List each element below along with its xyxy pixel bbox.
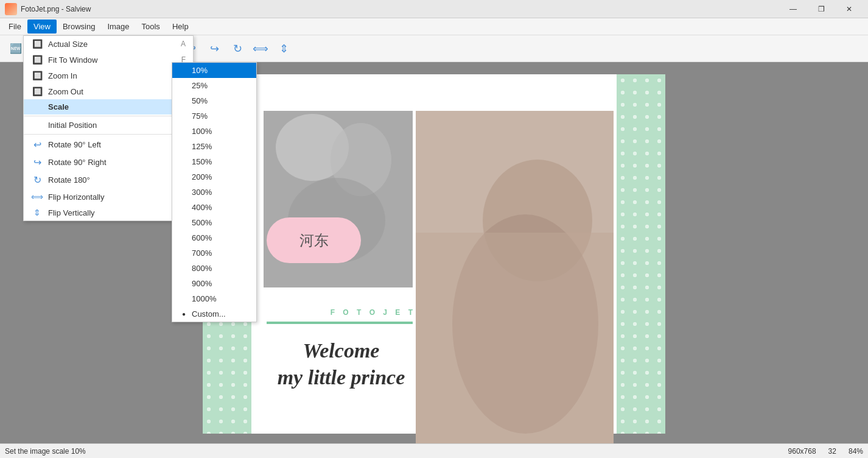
menu-flip-vertically[interactable]: ⇕ Flip Vertically V <box>24 205 193 220</box>
scale-900[interactable]: 900% <box>172 276 256 291</box>
menu-separator-2 <box>24 134 193 135</box>
scale-1000[interactable]: 1000% <box>172 291 256 306</box>
main-text-line1: Welcome <box>303 339 380 362</box>
title-bar: FotoJet.png - Salview — ❐ ✕ <box>0 0 868 18</box>
close-button[interactable]: ✕ <box>835 0 863 18</box>
status-bar: Set the image scale 10% 960x768 32 84% <box>0 443 868 458</box>
scale-500[interactable]: 500% <box>172 215 256 230</box>
menu-rotate-right[interactable]: ↪ Rotate 90° Right R <box>24 153 193 171</box>
menu-image[interactable]: Image <box>101 19 135 33</box>
menu-file[interactable]: File <box>2 19 27 33</box>
collage-bar <box>267 322 413 324</box>
scale-400[interactable]: 400% <box>172 200 256 215</box>
scale-600[interactable]: 600% <box>172 230 256 245</box>
menu-browsing[interactable]: Browsing <box>57 19 101 33</box>
flip-h-button[interactable]: ⟺ <box>250 38 271 60</box>
menu-scale[interactable]: Scale ▶ <box>24 99 193 114</box>
cloud-bubble: 河东 <box>267 217 361 263</box>
menu-view[interactable]: View <box>27 19 57 33</box>
scale-150[interactable]: 150% <box>172 154 256 169</box>
menu-separator-1 <box>24 116 193 116</box>
flip-h-icon: ⟺ <box>31 192 43 202</box>
maximize-button[interactable]: ❐ <box>807 0 835 18</box>
window-title: FotoJet.png - Salview <box>21 5 91 13</box>
image-dimensions: 960x768 <box>788 447 816 456</box>
actual-size-icon: 🔲 <box>31 39 43 49</box>
rotate-right-icon: ↪ <box>31 157 43 168</box>
menu-actual-size[interactable]: 🔲 Actual Size A <box>24 36 193 52</box>
window-controls: — ❐ ✕ <box>779 0 863 18</box>
fit-to-window-icon: 🔲 <box>31 55 43 65</box>
collage: 🌸 河东 F O T O J E T Welcome my little pri… <box>203 74 665 434</box>
menu-rotate-left[interactable]: ↩ Rotate 90° Left L <box>24 136 193 153</box>
status-message: Set the image scale 10% <box>5 447 86 456</box>
main-text-line2: my little prince <box>278 366 405 389</box>
status-right: 960x768 32 84% <box>788 447 863 456</box>
scale-50[interactable]: 50% <box>172 93 256 108</box>
collage-main-text: Welcome my little prince <box>261 337 422 391</box>
scale-submenu: 10% 25% 50% 75% 100% 125% 150% 200% 300%… <box>172 62 257 322</box>
menu-zoom-in[interactable]: 🔲 Zoom In + <box>24 68 193 83</box>
flip-v-button[interactable]: ⇕ <box>273 38 295 60</box>
scale-75[interactable]: 75% <box>172 108 256 124</box>
redo-button[interactable]: ↪ <box>203 38 225 60</box>
zoom-level: 84% <box>849 447 863 456</box>
page-number: 32 <box>828 447 836 456</box>
scale-25[interactable]: 25% <box>172 78 256 93</box>
app-icon <box>5 3 17 15</box>
flip-v-icon: ⇕ <box>31 208 43 217</box>
right-photo-svg <box>416 111 614 443</box>
menu-bar: File View Browsing Image Tools Help <box>0 18 868 35</box>
menu-flip-horizontally[interactable]: ⟺ Flip Horizontally H <box>24 189 193 205</box>
scale-800[interactable]: 800% <box>172 261 256 276</box>
scale-10[interactable]: 10% <box>172 63 256 78</box>
rotate-left-icon: ↩ <box>31 139 43 150</box>
rotate-button[interactable]: ↻ <box>226 38 248 60</box>
chinese-text: 河东 <box>299 231 329 250</box>
zoom-in-icon: 🔲 <box>31 71 43 80</box>
menu-help[interactable]: Help <box>166 19 195 33</box>
menu-tools[interactable]: Tools <box>136 19 166 33</box>
view-dropdown-menu: 🔲 Actual Size A 🔲 Fit To Window F 🔲 Zoom… <box>23 35 194 221</box>
scale-700[interactable]: 700% <box>172 245 256 261</box>
menu-zoom-out[interactable]: 🔲 Zoom Out − <box>24 83 193 99</box>
rotate-180-icon: ↻ <box>31 174 43 186</box>
zoom-out-icon: 🔲 <box>31 86 43 96</box>
scale-200[interactable]: 200% <box>172 169 256 185</box>
menu-rotate-180[interactable]: ↻ Rotate 180° T <box>24 171 193 189</box>
scale-300[interactable]: 300% <box>172 185 256 200</box>
scale-125[interactable]: 125% <box>172 139 256 154</box>
menu-initial-position[interactable]: Initial Position I <box>24 118 193 133</box>
scale-custom[interactable]: ● Custom... <box>172 306 256 322</box>
fotojet-label: F O T O J E T <box>267 308 416 317</box>
collage-photo-right <box>416 111 614 443</box>
menu-fit-to-window[interactable]: 🔲 Fit To Window F <box>24 52 193 68</box>
scale-100[interactable]: 100% <box>172 124 256 139</box>
minimize-button[interactable]: — <box>779 0 807 18</box>
svg-rect-8 <box>416 233 614 443</box>
